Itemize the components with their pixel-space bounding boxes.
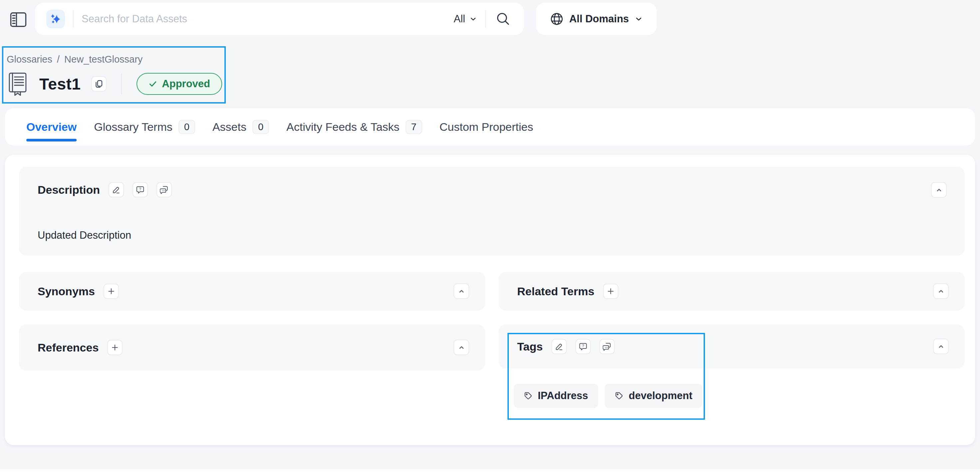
collapse-icon [458, 344, 466, 352]
related-terms-header: Related Terms [517, 284, 618, 299]
search-divider [485, 10, 486, 28]
tab-count-badge: 0 [252, 120, 269, 134]
tab-label: Activity Feeds & Tasks [286, 121, 399, 134]
add-reference-button[interactable] [107, 340, 123, 355]
tab-count-badge: 0 [178, 120, 195, 134]
sidebar-toggle-icon [10, 11, 27, 29]
tags-title: Tags [517, 340, 543, 353]
globe-icon [550, 12, 564, 26]
search-input[interactable] [81, 13, 454, 25]
tag-chip-label: IPAddress [538, 390, 588, 402]
overview-panel: Description ? [5, 155, 975, 445]
domains-dropdown[interactable]: All Domains [536, 3, 657, 35]
synonyms-title: Synonyms [38, 285, 95, 298]
tags-list: IPAddress development [514, 384, 702, 408]
title-divider [121, 73, 122, 94]
glossary-page: All All Doma [0, 0, 980, 474]
add-related-term-button[interactable] [603, 284, 618, 299]
comments-icon [160, 185, 169, 194]
global-search-bar: All [35, 3, 524, 35]
add-synonym-button[interactable] [103, 284, 119, 299]
request-icon: ? [579, 342, 587, 351]
synonyms-card: Synonyms [19, 272, 485, 310]
tag-chip[interactable]: IPAddress [514, 384, 598, 408]
tab-label: Glossary Terms [94, 121, 172, 134]
tab-glossary-terms[interactable]: Glossary Terms 0 [94, 120, 195, 134]
sidebar-toggle-button[interactable] [9, 10, 28, 29]
description-header: Description ? [38, 182, 946, 197]
breadcrumb-glossaries[interactable]: Glossaries [7, 54, 52, 65]
search-icon [496, 12, 511, 26]
edit-icon [112, 185, 121, 194]
ai-search-button[interactable] [46, 10, 65, 28]
status-badge-label: Approved [162, 78, 210, 90]
search-scope-dropdown[interactable]: All [454, 13, 477, 25]
tags-header-left: Tags ? [517, 339, 615, 354]
collapse-icon [935, 186, 943, 194]
chevron-down-icon [469, 15, 477, 23]
svg-text:?: ? [582, 344, 584, 348]
breadcrumb-separator: / [57, 54, 60, 65]
tag-icon [524, 391, 533, 400]
tag-icon [615, 391, 624, 400]
tags-comments-button[interactable] [600, 339, 615, 354]
tag-chip-label: development [629, 390, 692, 402]
edit-icon [555, 342, 563, 351]
add-icon [111, 343, 119, 352]
request-description-button[interactable]: ? [132, 182, 148, 197]
collapse-icon [937, 287, 945, 295]
glossary-book-icon [8, 72, 27, 96]
tab-label: Custom Properties [439, 121, 533, 134]
tags-collapse-button[interactable] [933, 339, 949, 354]
description-card: Description ? [19, 167, 965, 256]
tag-chip[interactable]: development [605, 384, 702, 408]
references-header: References [38, 340, 123, 355]
tags-card: Tags ? [498, 324, 965, 431]
description-collapse-button[interactable] [931, 182, 947, 198]
tab-count-badge: 7 [406, 120, 422, 134]
synonyms-collapse-button[interactable] [453, 283, 469, 299]
related-terms-card: Related Terms [498, 272, 965, 310]
tab-custom-properties[interactable]: Custom Properties [439, 121, 533, 134]
request-tags-button[interactable]: ? [576, 339, 591, 354]
comments-icon [603, 342, 611, 351]
tab-bar: Overview Glossary Terms 0 Assets 0 Activ… [5, 108, 975, 145]
related-terms-collapse-button[interactable] [933, 283, 949, 299]
check-icon [148, 80, 157, 88]
search-submit-button[interactable] [494, 10, 512, 28]
tags-header: Tags ? [498, 324, 965, 369]
description-comments-button[interactable] [156, 182, 172, 197]
description-title: Description [38, 183, 100, 196]
copy-icon [94, 79, 103, 89]
breadcrumb-glossary-name[interactable]: New_testGlossary [64, 54, 143, 65]
edit-description-button[interactable] [108, 182, 124, 197]
synonyms-header: Synonyms [38, 284, 119, 299]
collapse-icon [458, 287, 466, 295]
add-icon [606, 287, 615, 296]
request-icon: ? [136, 185, 145, 194]
svg-text:?: ? [139, 187, 141, 191]
breadcrumb: Glossaries / New_testGlossary [7, 54, 143, 65]
chevron-down-icon [634, 14, 643, 23]
search-scope-label: All [454, 13, 465, 25]
entity-title-row: Test1 Approved [8, 71, 222, 97]
domains-dropdown-label: All Domains [569, 13, 629, 25]
related-terms-title: Related Terms [517, 285, 594, 298]
copy-name-button[interactable] [91, 76, 107, 92]
collapse-icon [937, 342, 945, 350]
references-collapse-button[interactable] [453, 339, 469, 355]
search-divider [73, 10, 73, 28]
tab-activity-feeds[interactable]: Activity Feeds & Tasks 7 [286, 120, 422, 134]
description-text: Updated Description [38, 229, 131, 241]
references-title: References [38, 341, 99, 354]
tab-label: Assets [212, 121, 247, 134]
page-title: Test1 [39, 75, 81, 93]
ai-sparkle-icon [49, 13, 62, 25]
tab-label: Overview [26, 121, 76, 134]
status-badge: Approved [137, 73, 222, 95]
tab-assets[interactable]: Assets 0 [212, 120, 269, 134]
tab-overview[interactable]: Overview [26, 121, 76, 134]
edit-tags-button[interactable] [551, 339, 567, 354]
bottom-strip [0, 469, 980, 474]
add-icon [107, 287, 116, 296]
